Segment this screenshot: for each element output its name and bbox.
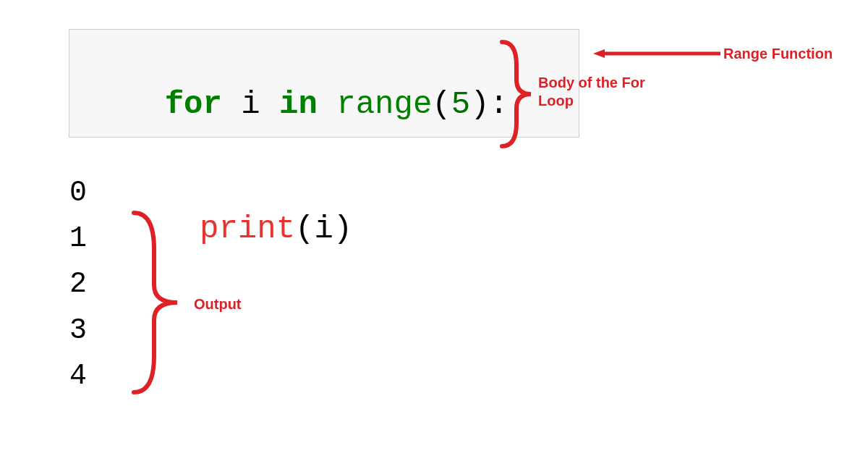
lparen: (	[295, 211, 314, 247]
label-body: Body of the For Loop	[538, 74, 661, 110]
svg-marker-1	[593, 49, 605, 58]
keyword-in: in	[279, 86, 318, 122]
print-arg: i	[314, 211, 333, 247]
output-block: 0 1 2 3 4	[69, 170, 87, 399]
brace-body-icon	[496, 36, 540, 152]
lparen: (	[432, 86, 451, 122]
label-output: Output	[194, 295, 242, 313]
arrow-range-icon	[592, 48, 722, 59]
output-line: 2	[69, 261, 87, 307]
range-arg: 5	[451, 86, 470, 122]
output-line: 3	[69, 308, 87, 353]
function-print: print	[200, 211, 295, 247]
output-line: 1	[69, 216, 87, 261]
variable-i: i	[241, 86, 260, 122]
rparen: )	[333, 211, 352, 247]
function-range: range	[336, 86, 432, 122]
output-line: 0	[69, 170, 87, 216]
code-line-1: for i in range(5):	[88, 43, 560, 167]
rparen: )	[470, 86, 489, 122]
output-line: 4	[69, 353, 87, 399]
label-range-function: Range Function	[723, 45, 833, 63]
keyword-for: for	[165, 86, 222, 122]
brace-output-icon	[127, 206, 186, 400]
